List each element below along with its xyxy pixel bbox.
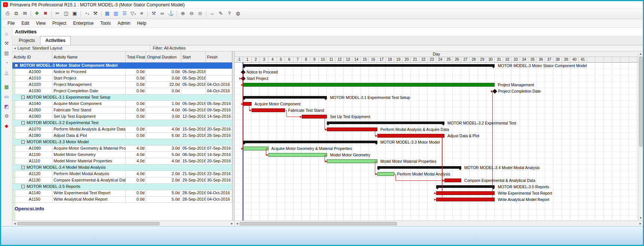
tab-activities[interactable]: Activities [40, 36, 70, 45]
print-icon[interactable]: ⎙ [4, 10, 12, 18]
zoom-in-icon[interactable]: ⊕ [179, 10, 187, 18]
relationships-icon[interactable]: ∞ [158, 10, 166, 18]
tab-projects[interactable]: Projects [13, 36, 40, 45]
paste-icon[interactable]: ▣ [71, 10, 79, 18]
table-row-A1110[interactable]: A1110Model Motor Material Properties4.0d… [12, 158, 232, 165]
menu-file[interactable]: File [4, 19, 18, 27]
obs-nav-icon[interactable]: ◩ [3, 103, 10, 110]
print-preview-icon[interactable]: ⧉ [12, 10, 20, 18]
admin-nav-icon[interactable]: ⚙ [3, 112, 10, 120]
column-header-original-duration[interactable]: Original Duration [146, 51, 181, 62]
table-row-A1130[interactable]: A1130Compare Experimental & Analytical D… [12, 177, 232, 184]
task-bar-A1060[interactable] [302, 115, 327, 118]
reports-nav-icon[interactable]: ▤ [3, 50, 10, 57]
task-bar-A1100[interactable] [268, 153, 327, 157]
milestone-A1000[interactable] [241, 70, 246, 75]
menu-edit[interactable]: Edit [18, 19, 33, 27]
table-row-A1070[interactable]: A1070Perform Modal Analysis & Acquire Da… [12, 126, 232, 133]
cut-icon[interactable]: ✂ [54, 10, 61, 18]
table-row-A1030[interactable]: A1030Project Completion Date0.0d0.0d04-O… [12, 88, 232, 94]
table-scroll-thumb[interactable] [17, 222, 160, 225]
table-row-A1060[interactable]: A1060Set Up Test Equipment0.0d3.0d12-Sep… [12, 114, 232, 120]
table-row-A1090[interactable]: A1090Acquire Motor Geometry & Material P… [12, 146, 232, 152]
table-hscrollbar[interactable]: ◄ ► [12, 221, 235, 226]
pane-splitter[interactable] [232, 51, 235, 220]
collapse-button[interactable]: - [21, 121, 25, 124]
scroll-left-icon[interactable]: ◄ [235, 222, 240, 225]
constraints-icon[interactable]: ⚓ [167, 10, 175, 18]
vertical-scroll-thumb[interactable] [639, 57, 643, 147]
task-bar-A1140[interactable] [436, 191, 495, 195]
gantt-hscrollbar[interactable]: ◄ ► [235, 221, 643, 226]
menu-project[interactable]: Project [49, 19, 70, 27]
task-bar-A1070[interactable] [327, 128, 377, 131]
table-row-A1000[interactable]: A1000Notice to Proceed0.0d0.0d05-Sep-201… [12, 69, 232, 75]
layout-icon[interactable]: ▦ [103, 10, 111, 18]
add-activity-icon[interactable]: ✚ [33, 10, 41, 18]
menu-help[interactable]: Help [134, 19, 150, 27]
column-header-activity-id[interactable]: Activity ID [12, 51, 52, 62]
column-header-finish[interactable]: Finish [206, 51, 232, 62]
projects-nav-icon[interactable]: ⌂ [3, 30, 10, 38]
vertical-scrollbar[interactable]: ▲ ▼ [638, 51, 643, 220]
menu-tools[interactable]: Tools [97, 19, 114, 27]
menu-view[interactable]: View [33, 19, 49, 27]
table-row-A1120[interactable]: A1120Perform Model Modal Analysis4.0d2.0… [12, 171, 232, 177]
risks-nav-icon[interactable]: ◆ [3, 122, 10, 130]
column-header-activity-name[interactable]: Activity Name [52, 51, 126, 62]
table-row-A1010[interactable]: A1010Start Project0.0d0.0d05-Sep-2016 [12, 75, 232, 82]
task-bar-A1130[interactable] [444, 178, 461, 182]
layout-label[interactable]: Layout: Standard Layout [18, 46, 63, 50]
menu-admin[interactable]: Admin [114, 19, 134, 27]
table-row-A1050[interactable]: A1050Fabricate Test Stand0.0d4.0d06-Sep-… [12, 107, 232, 114]
scroll-left-icon[interactable]: ◄ [12, 222, 17, 225]
table-row-wbs[interactable]: -MOTOR MODEL-3.3 Motor Model [12, 139, 232, 146]
summary-bar[interactable] [243, 96, 327, 99]
summary-bar[interactable] [243, 64, 495, 67]
delete-activity-icon[interactable]: ✖ [42, 10, 49, 18]
activities-nav-icon[interactable]: ▦ [3, 83, 10, 91]
scroll-right-icon[interactable]: ► [230, 222, 234, 225]
level-resources-icon[interactable]: ⚒ [91, 10, 99, 18]
globe-icon[interactable]: ◍ [234, 10, 242, 18]
collapse-button[interactable]: - [21, 185, 25, 188]
bars-icon[interactable]: ☰ [121, 10, 128, 18]
table-row-A1040[interactable]: A1040Acquire Motor Component0.0d1.0d05-S… [12, 101, 232, 107]
table-row-A1080[interactable]: A1080Adjust Data & Plot0.0d6.0d21-Sep-20… [12, 133, 232, 139]
tracking-nav-icon[interactable]: ◔ [3, 59, 10, 67]
copy-icon[interactable]: ◫ [62, 10, 70, 18]
gantt-scroll-thumb[interactable] [240, 222, 397, 225]
milestone-A1030[interactable] [492, 89, 497, 94]
summary-bar[interactable] [243, 141, 377, 143]
notes-icon[interactable]: ✎ [217, 10, 225, 18]
gantt-timescale[interactable]: Day -11234567891011121314151617181920212… [235, 51, 638, 63]
table-row-wbs[interactable]: -MOTOR MODEL-3.2 Experimental Test [12, 120, 232, 126]
summary-bar[interactable] [327, 122, 444, 124]
table-row-A1020[interactable]: A1020Project Management0.0d22.0d05-Sep-2… [12, 82, 232, 88]
resources-nav-icon[interactable]: ⚒ [3, 40, 10, 47]
collapse-button[interactable]: - [15, 64, 18, 67]
table-row-A1140[interactable]: A1140Write Experimental Test Report0.0d5… [12, 190, 232, 196]
table-row-A1100[interactable]: A1100Model Motor Geometry4.0d5.0d08-Sep-… [12, 152, 232, 158]
milestone-A1010[interactable] [241, 76, 246, 81]
resources-icon[interactable]: ⚒ [150, 10, 158, 18]
table-row-wbs[interactable]: -MOTOR MODEL-3.4 Model Modal Analysis [12, 165, 232, 171]
table-row-A1150[interactable]: A1150Write Analytical Model Report0.0d5.… [12, 196, 232, 203]
scroll-up-icon[interactable]: ▲ [639, 51, 642, 56]
columns-icon[interactable]: ▥ [112, 10, 120, 18]
table-row-project[interactable]: -MOTOR MODEL-3 Motor Stator Component Mo… [12, 63, 232, 69]
summary-bar[interactable] [377, 166, 461, 169]
table-row-wbs[interactable]: -MOTOR MODEL-3.1 Experimental Test Setup [12, 94, 232, 101]
column-header-total-float[interactable]: Total Float [126, 51, 146, 62]
help-icon[interactable]: ? [225, 10, 233, 18]
zoom-fit-icon[interactable]: ⊙ [196, 10, 204, 18]
collapse-button[interactable]: - [21, 96, 25, 99]
collapse-button[interactable]: - [21, 166, 25, 169]
task-bar-A1150[interactable] [436, 198, 495, 201]
assignments-nav-icon[interactable]: ▭ [3, 93, 10, 100]
task-bar-A1120[interactable] [377, 172, 394, 176]
filter-label[interactable]: Filter: All Activities [150, 45, 186, 51]
column-header-start[interactable]: Start [181, 51, 206, 62]
wbs-nav-icon[interactable]: △ [3, 69, 10, 76]
task-bar-A1110[interactable] [327, 159, 377, 163]
